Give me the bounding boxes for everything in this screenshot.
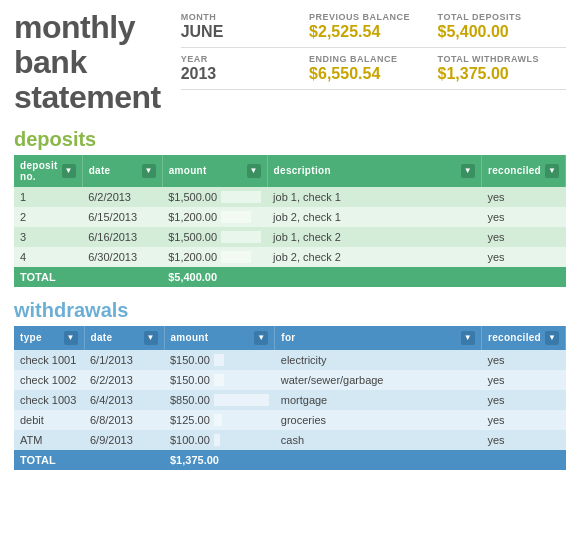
deposits-col-amount[interactable]: amount▼ [162,155,267,187]
withdrawal-type: check 1002 [14,370,84,390]
page-title: monthly bank statement [14,10,161,116]
withdrawal-for: water/sewer/garbage [275,370,482,390]
deposit-date: 6/30/2013 [82,247,162,267]
amount-bar [221,231,261,243]
amount-bar [221,191,261,203]
total-deposits-value: $5,400.00 [438,23,566,48]
deposits-section-title: deposits [14,128,566,151]
deposit-no: 3 [14,227,82,247]
withdrawals-col-for-dropdown[interactable]: ▼ [461,331,475,345]
withdrawals-col-type-dropdown[interactable]: ▼ [64,331,78,345]
withdrawal-date: 6/4/2013 [84,390,164,410]
deposits-total-row: TOTAL $5,400.00 [14,267,566,287]
withdrawals-row-3: check 1003 6/4/2013 $850.00 mortgage yes [14,390,566,410]
deposits-total-value: $5,400.00 [162,267,267,287]
deposit-date: 6/2/2013 [82,187,162,207]
withdrawals-total-label: TOTAL [14,450,164,470]
deposit-amount: $1,500.00 [162,187,267,207]
withdrawal-amount: $150.00 [164,370,275,390]
deposits-total-label: TOTAL [14,267,162,287]
header: monthly bank statement MONTH PREVIOUS BA… [14,10,566,116]
amount-bar [214,394,269,406]
deposit-reconciled: yes [481,227,565,247]
deposit-reconciled: yes [481,187,565,207]
withdrawal-for: mortgage [275,390,482,410]
year-label: YEAR [181,52,309,65]
deposits-col-no-dropdown[interactable]: ▼ [62,164,76,178]
withdrawal-amount: $100.00 [164,430,275,450]
deposits-col-date[interactable]: date▼ [82,155,162,187]
page: monthly bank statement MONTH PREVIOUS BA… [0,0,580,480]
deposit-no: 4 [14,247,82,267]
info-grid: MONTH PREVIOUS BALANCE TOTAL DEPOSITS JU… [161,10,566,94]
ending-balance-label: ENDING BALANCE [309,52,437,65]
amount-bar [221,211,251,223]
prev-balance-label: PREVIOUS BALANCE [309,10,437,23]
amount-bar [214,414,222,426]
withdrawal-type: check 1001 [14,350,84,370]
deposit-reconciled: yes [481,207,565,227]
withdrawals-col-amount-dropdown[interactable]: ▼ [254,331,268,345]
withdrawals-col-type[interactable]: type▼ [14,326,84,350]
deposits-col-desc-dropdown[interactable]: ▼ [461,164,475,178]
withdrawal-for: electricity [275,350,482,370]
withdrawal-date: 6/2/2013 [84,370,164,390]
withdrawal-date: 6/1/2013 [84,350,164,370]
deposits-row-2: 2 6/15/2013 $1,200.00 job 2, check 1 yes [14,207,566,227]
withdrawal-for: groceries [275,410,482,430]
deposit-amount: $1,200.00 [162,247,267,267]
month-value: JUNE [181,23,309,48]
withdrawals-col-reconciled-dropdown[interactable]: ▼ [545,331,559,345]
withdrawals-row-5: ATM 6/9/2013 $100.00 cash yes [14,430,566,450]
total-deposits-label: TOTAL DEPOSITS [438,10,566,23]
withdrawals-col-reconciled[interactable]: reconciled▼ [481,326,565,350]
year-value: 2013 [181,65,309,90]
total-withdrawals-label: TOTAL WITHDRAWLS [438,52,566,65]
withdrawal-for: cash [275,430,482,450]
amount-bar [214,374,224,386]
withdrawal-amount: $125.00 [164,410,275,430]
amount-bar [214,434,220,446]
withdrawals-col-date-dropdown[interactable]: ▼ [144,331,158,345]
withdrawals-col-amount[interactable]: amount▼ [164,326,275,350]
month-label: MONTH [181,10,309,23]
deposits-col-reconciled[interactable]: reconciled▼ [481,155,565,187]
deposits-col-amount-dropdown[interactable]: ▼ [247,164,261,178]
deposit-date: 6/15/2013 [82,207,162,227]
title-block: monthly bank statement [14,10,161,116]
deposits-col-reconciled-dropdown[interactable]: ▼ [545,164,559,178]
withdrawals-header-row: type▼ date▼ amount▼ for▼ reconciled▼ [14,326,566,350]
deposits-header-row: deposit no.▼ date▼ amount▼ description▼ … [14,155,566,187]
deposits-row-3: 3 6/16/2013 $1,500.00 job 1, check 2 yes [14,227,566,247]
withdrawals-row-4: debit 6/8/2013 $125.00 groceries yes [14,410,566,430]
prev-balance-value: $2,525.54 [309,23,437,48]
withdrawal-reconciled: yes [481,370,565,390]
withdrawal-amount: $150.00 [164,350,275,370]
deposits-row-1: 1 6/2/2013 $1,500.00 job 1, check 1 yes [14,187,566,207]
withdrawal-reconciled: yes [481,350,565,370]
withdrawals-total-row: TOTAL $1,375.00 [14,450,566,470]
deposit-no: 1 [14,187,82,207]
deposits-col-no[interactable]: deposit no.▼ [14,155,82,187]
amount-bar [221,251,251,263]
total-withdrawals-value: $1,375.00 [438,65,566,90]
withdrawal-amount: $850.00 [164,390,275,410]
deposit-amount: $1,500.00 [162,227,267,247]
withdrawals-row-2: check 1002 6/2/2013 $150.00 water/sewer/… [14,370,566,390]
deposits-col-date-dropdown[interactable]: ▼ [142,164,156,178]
withdrawals-col-date[interactable]: date▼ [84,326,164,350]
deposits-row-4: 4 6/30/2013 $1,200.00 job 2, check 2 yes [14,247,566,267]
withdrawal-type: check 1003 [14,390,84,410]
withdrawal-type: ATM [14,430,84,450]
withdrawal-date: 6/8/2013 [84,410,164,430]
deposit-description: job 2, check 1 [267,207,481,227]
withdrawals-table: type▼ date▼ amount▼ for▼ reconciled▼ che… [14,326,566,470]
amount-bar [214,354,224,366]
ending-balance-value: $6,550.54 [309,65,437,90]
deposits-col-description[interactable]: description▼ [267,155,481,187]
withdrawals-total-value: $1,375.00 [164,450,275,470]
withdrawal-reconciled: yes [481,390,565,410]
deposit-description: job 2, check 2 [267,247,481,267]
withdrawals-col-for[interactable]: for▼ [275,326,482,350]
deposit-reconciled: yes [481,247,565,267]
